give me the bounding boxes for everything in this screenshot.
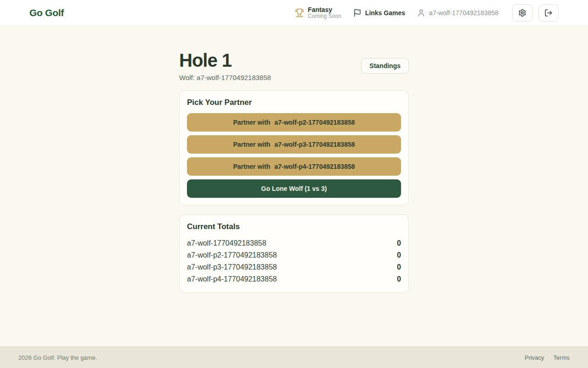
totals-player-score: 0 bbox=[397, 275, 401, 283]
nav-item-user[interactable]: a7-wolf-1770492183858 bbox=[417, 9, 498, 17]
title-row: Hole 1 Wolf: a7-wolf-1770492183858 Stand… bbox=[179, 50, 409, 81]
terms-link[interactable]: Terms bbox=[554, 354, 570, 361]
current-totals-card: Current Totals a7-wolf-1770492183858 0 a… bbox=[179, 214, 409, 293]
pick-partner-card: Pick Your Partner Partner with a7-wolf-p… bbox=[179, 90, 409, 206]
fantasy-sublabel: Coming Soon bbox=[308, 13, 341, 20]
privacy-link[interactable]: Privacy bbox=[525, 354, 544, 361]
totals-player-name: a7-wolf-p4-1770492183858 bbox=[187, 275, 277, 283]
totals-player-name: a7-wolf-p2-1770492183858 bbox=[187, 251, 277, 259]
partner-button-name: a7-wolf-p2-1770492183858 bbox=[274, 119, 355, 126]
brand-logo[interactable]: Go Golf bbox=[29, 7, 64, 18]
current-totals-title: Current Totals bbox=[187, 222, 401, 231]
totals-player-score: 0 bbox=[397, 239, 401, 247]
content-container: Hole 1 Wolf: a7-wolf-1770492183858 Stand… bbox=[179, 26, 409, 293]
pick-partner-title: Pick Your Partner bbox=[187, 98, 401, 107]
partner-button-name: a7-wolf-p3-1770492183858 bbox=[274, 141, 355, 148]
totals-player-name: a7-wolf-1770492183858 bbox=[187, 239, 266, 247]
user-id-label: a7-wolf-1770492183858 bbox=[429, 9, 498, 17]
totals-player-name: a7-wolf-p3-1770492183858 bbox=[187, 263, 277, 271]
main-content: Hole 1 Wolf: a7-wolf-1770492183858 Stand… bbox=[0, 26, 588, 346]
wolf-subtitle: Wolf: a7-wolf-1770492183858 bbox=[179, 74, 271, 81]
nav-item-fantasy[interactable]: Fantasy Coming Soon bbox=[295, 6, 341, 20]
user-icon bbox=[417, 9, 425, 17]
logout-button[interactable] bbox=[538, 4, 559, 22]
header-button-group bbox=[512, 4, 559, 22]
partner-button-prefix: Partner with bbox=[233, 119, 270, 126]
trophy-icon bbox=[295, 8, 304, 17]
totals-player-score: 0 bbox=[397, 263, 401, 271]
footer-links: Privacy Terms bbox=[525, 354, 570, 361]
lone-wolf-button[interactable]: Go Lone Wolf (1 vs 3) bbox=[187, 179, 401, 198]
footer: 2026 Go Golf. Play the game. Privacy Ter… bbox=[0, 346, 588, 368]
partner-button-p2[interactable]: Partner with a7-wolf-p2-1770492183858 bbox=[187, 113, 401, 132]
totals-player-score: 0 bbox=[397, 251, 401, 259]
footer-copyright: 2026 Go Golf. Play the game. bbox=[18, 354, 97, 361]
standings-button[interactable]: Standings bbox=[361, 58, 409, 74]
totals-row: a7-wolf-p4-1770492183858 0 bbox=[187, 273, 401, 285]
partner-button-name: a7-wolf-p4-1770492183858 bbox=[274, 163, 355, 170]
header-nav: Fantasy Coming Soon Links Games a7-wolf-… bbox=[295, 4, 559, 22]
page-title: Hole 1 bbox=[179, 50, 271, 70]
logout-icon bbox=[544, 9, 553, 17]
links-games-label: Links Games bbox=[365, 9, 405, 17]
partner-button-prefix: Partner with bbox=[233, 141, 270, 148]
settings-button[interactable] bbox=[512, 4, 532, 22]
nav-item-links-games[interactable]: Links Games bbox=[353, 9, 405, 17]
title-block: Hole 1 Wolf: a7-wolf-1770492183858 bbox=[179, 50, 271, 81]
header: Go Golf Fantasy Coming Soon bbox=[0, 0, 588, 26]
partner-button-p3[interactable]: Partner with a7-wolf-p3-1770492183858 bbox=[187, 135, 401, 154]
totals-row: a7-wolf-p2-1770492183858 0 bbox=[187, 249, 401, 261]
partner-button-p4[interactable]: Partner with a7-wolf-p4-1770492183858 bbox=[187, 157, 401, 176]
fantasy-text: Fantasy Coming Soon bbox=[308, 6, 341, 20]
fantasy-label: Fantasy bbox=[308, 6, 341, 13]
flag-icon bbox=[353, 9, 362, 17]
partner-button-prefix: Partner with bbox=[233, 163, 270, 170]
gear-icon bbox=[518, 9, 526, 17]
totals-row: a7-wolf-p3-1770492183858 0 bbox=[187, 261, 401, 273]
totals-row: a7-wolf-1770492183858 0 bbox=[187, 237, 401, 249]
